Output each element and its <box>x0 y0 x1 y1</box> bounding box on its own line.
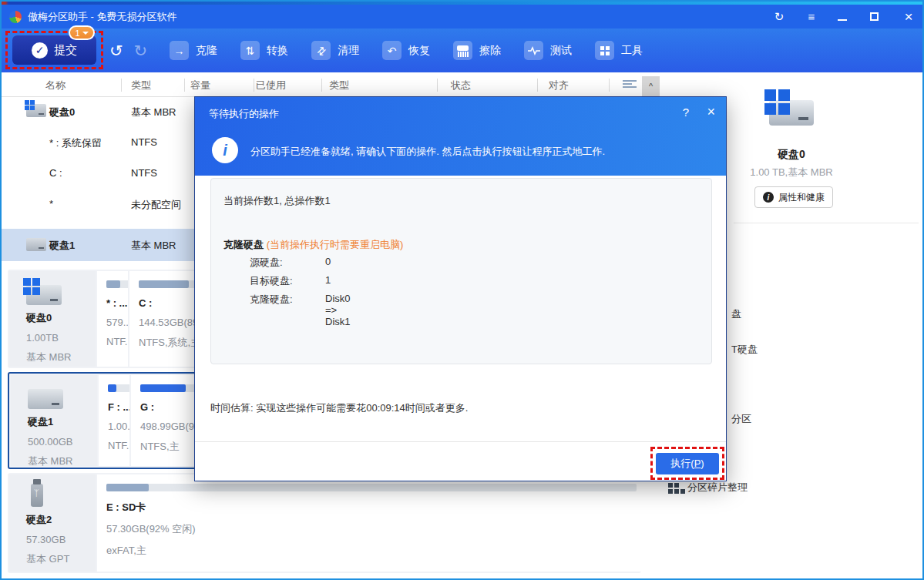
col-name[interactable]: 名称 <box>45 79 66 92</box>
detail-row: 克隆硬盘:Disk0 => Disk1 <box>250 293 293 307</box>
usb-disk-icon <box>31 484 43 507</box>
dialog-title: 等待执行的操作 <box>209 107 279 121</box>
recover-icon: ↶ <box>382 41 402 60</box>
close-button[interactable]: × <box>902 9 915 24</box>
menu-item-fragment[interactable]: 分区 <box>731 412 751 426</box>
execute-highlight-box: 执行(P) <box>650 447 724 480</box>
selected-disk-icon <box>769 100 814 126</box>
operations-summary: 当前操作数1, 总操作数1 <box>223 194 331 208</box>
tools-button[interactable]: 工具 <box>595 41 643 60</box>
col-align[interactable]: 对齐 <box>549 79 569 92</box>
pending-operations-dialog: 等待执行的操作 ? × i 分区助手已经准备就绪, 请确认下面的操作. 然后点击… <box>194 96 727 481</box>
partition-tile[interactable]: * : ... 579... NTF... <box>97 271 128 367</box>
menu-item-fragment[interactable]: 盘 <box>731 307 741 321</box>
disk0-icon <box>26 285 62 305</box>
submit-label: 提交 <box>54 43 77 58</box>
minimize-button[interactable] <box>838 13 850 21</box>
erase-icon <box>453 41 472 60</box>
chevron-down-icon <box>82 32 89 35</box>
disk0-icon <box>26 104 46 117</box>
dialog-info-text: 分区助手已经准备就绪, 请确认下面的操作. 然后点击执行按钮让程序正式地工作. <box>250 145 605 159</box>
toolbar: ✓ 提交 1 ↺ ↻ → 克隆 ⇅ 转换 ⇄ 清理 <box>2 28 922 72</box>
right-panel-disk-name: 硬盘0 <box>734 148 849 162</box>
redo-button[interactable]: ↻ <box>134 42 148 60</box>
tools-icon <box>595 41 614 60</box>
disk1-icon <box>28 389 63 409</box>
title-bar: 傲梅分区助手 - 免费无损分区软件 ↻ ≡ × <box>2 5 922 28</box>
convert-icon: ⇅ <box>240 41 260 60</box>
app-window: 傲梅分区助手 - 免费无损分区软件 ↻ ≡ × ✓ 提交 1 ↺ ↻ → <box>0 0 924 580</box>
help-icon[interactable]: ? <box>683 106 689 119</box>
operation-title: 克隆硬盘 <box>223 239 264 250</box>
window-title: 傲梅分区助手 - 免费无损分区软件 <box>28 10 177 24</box>
erase-button[interactable]: 擦除 <box>453 41 501 60</box>
col-used[interactable]: 已使用 <box>256 79 286 92</box>
footer-divider <box>195 441 726 442</box>
dialog-header: 等待执行的操作 ? × i 分区助手已经准备就绪, 请确认下面的操作. 然后点击… <box>195 97 726 176</box>
submit-highlight-box: ✓ 提交 1 <box>5 31 103 69</box>
table-row-selected[interactable]: 硬盘1 基本 MBR <box>2 229 194 261</box>
info-circle-icon: i <box>212 137 238 163</box>
col-type2[interactable]: 类型 <box>329 79 349 92</box>
disk2-card[interactable]: 硬盘2 57.30GB 基本 GPT E : SD卡 57.30GB(92% 空… <box>8 473 641 573</box>
app-logo-icon <box>9 11 22 23</box>
menu-item-fragment[interactable]: T硬盘 <box>731 343 758 357</box>
test-icon <box>524 41 543 60</box>
operations-list-box: 当前操作数1, 总操作数1 克隆硬盘 (当前操作执行时需要重启电脑) 源硬盘:0… <box>210 178 712 364</box>
undo-button[interactable]: ↺ <box>109 42 123 60</box>
partition-table-header: 名称 类型 容量 已使用 类型 状态 对齐 <box>2 72 664 97</box>
clone-button[interactable]: → 克隆 <box>170 41 217 60</box>
table-row[interactable]: C : NTFS <box>2 159 194 188</box>
properties-health-button[interactable]: i 属性和健康 <box>754 186 833 208</box>
col-capacity[interactable]: 容量 <box>190 79 210 92</box>
detail-row: 目标硬盘:1 <box>250 274 293 288</box>
table-row[interactable]: 硬盘0 基本 MBR <box>2 97 194 126</box>
execute-button[interactable]: 执行(P) <box>656 453 719 474</box>
pending-ops-badge[interactable]: 1 <box>69 25 95 40</box>
columns-settings-icon[interactable] <box>623 80 637 89</box>
info-icon: i <box>763 192 774 203</box>
time-estimate: 时间估算: 实现这些操作可能需要花00:09:14时间或者更多. <box>210 401 468 415</box>
dialog-close-icon[interactable]: × <box>707 104 715 120</box>
operation-warning: (当前操作执行时需要重启电脑) <box>267 239 404 250</box>
check-icon: ✓ <box>32 42 48 59</box>
defrag-icon <box>668 483 673 488</box>
partition-tile[interactable]: E : SD卡 57.30GB(92% 空闲) exFAT,主 <box>97 474 644 572</box>
clone-icon: → <box>170 41 189 60</box>
col-status[interactable]: 状态 <box>451 79 471 92</box>
table-row[interactable]: * : 系统保留 NTFS <box>2 128 194 157</box>
refresh-icon[interactable]: ↻ <box>773 11 785 22</box>
col-type1[interactable]: 类型 <box>131 79 151 92</box>
clean-button[interactable]: ⇄ 清理 <box>311 41 359 60</box>
scrollbar-up-arrow[interactable]: ^ <box>642 76 660 96</box>
maximize-button[interactable] <box>870 12 882 21</box>
convert-button[interactable]: ⇅ 转换 <box>240 41 288 60</box>
menu-icon[interactable]: ≡ <box>805 11 818 22</box>
table-row[interactable]: * 未分配空间 <box>2 189 194 219</box>
right-panel-disk-info: 1.00 TB,基本 MBR <box>734 166 849 179</box>
test-button[interactable]: 测试 <box>524 41 572 60</box>
menu-item-defrag[interactable]: 分区碎片整理 <box>687 481 748 495</box>
recover-button[interactable]: ↶ 恢复 <box>382 41 430 60</box>
partition-tile[interactable]: F : ... 1.00... NTF... <box>99 375 129 466</box>
right-panel-divider <box>734 223 919 223</box>
disk1-icon <box>26 238 46 251</box>
clean-icon: ⇄ <box>311 41 331 60</box>
detail-row: 源硬盘:0 <box>250 256 283 270</box>
